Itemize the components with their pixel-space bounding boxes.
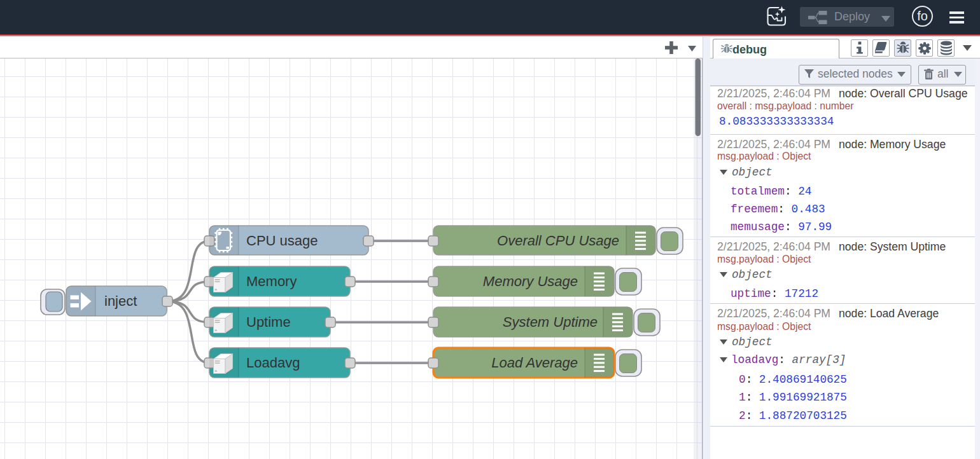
svg-text:System Uptime: System Uptime: [503, 314, 598, 330]
svg-text:CPU usage: CPU usage: [246, 233, 318, 249]
svg-text:Load Average: Load Average: [491, 355, 578, 371]
svg-text:inject: inject: [104, 293, 137, 309]
svg-text:Memory Usage: Memory Usage: [483, 273, 578, 289]
svg-text:Loadavg: Loadavg: [246, 355, 300, 371]
svg-text:Overall CPU Usage: Overall CPU Usage: [497, 233, 619, 249]
svg-text:Memory: Memory: [246, 273, 297, 289]
svg-text:Uptime: Uptime: [246, 314, 291, 330]
